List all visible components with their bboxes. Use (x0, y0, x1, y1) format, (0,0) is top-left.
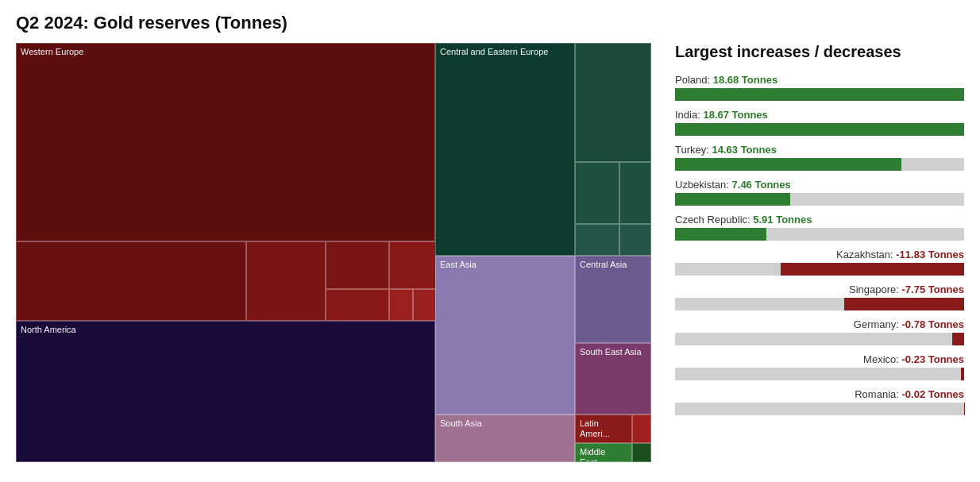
treemap-label-latin-america: Latin Ameri... (576, 415, 631, 442)
bar-label: Singapore: -7.75 Tonnes (675, 283, 964, 295)
treemap-cell-sub-cee-2 (575, 162, 619, 224)
bar-label: Poland: 18.68 Tonnes (675, 74, 964, 86)
bar-item-uzbekistan: Uzbekistan: 7.46 Tonnes (675, 179, 964, 206)
bar-track (675, 88, 964, 101)
bar-fill (675, 228, 766, 241)
bar-track (675, 193, 964, 206)
bar-label: Germany: -0.78 Tonnes (675, 318, 964, 330)
treemap-cell-sub-we-7 (413, 289, 437, 321)
bar-track (675, 263, 964, 276)
page-title: Q2 2024: Gold reserves (Tonnes) (16, 13, 964, 33)
treemap-cell-sub-la-1 (632, 415, 651, 443)
treemap-cell-north-america: North America (16, 321, 435, 462)
bar-label: Turkey: 14.63 Tonnes (675, 144, 964, 156)
treemap-cell-east-asia: East Asia (435, 256, 575, 415)
bar-fill (675, 158, 901, 171)
right-panel-heading: Largest increases / decreases (675, 43, 964, 61)
treemap-cell-sub-cee-3 (619, 162, 651, 224)
treemap-label-western-europe: Western Europe (17, 44, 87, 60)
treemap-label-south-east-asia: South East Asia (576, 344, 646, 361)
bar-label: Mexico: -0.23 Tonnes (675, 353, 964, 365)
treemap-cell-latin-america: Latin Ameri... (575, 415, 632, 443)
main-content: Western EuropeNorth AmericaCentral and E… (16, 43, 964, 469)
bar-item-germany: Germany: -0.78 Tonnes (675, 318, 964, 345)
bar-item-romania: Romania: -0.02 Tonnes (675, 388, 964, 415)
treemap-cell-middle-east: Middle East... (575, 443, 632, 462)
treemap-cell-sub-cee-1 (575, 43, 651, 162)
bar-fill (961, 368, 964, 380)
bar-fill (675, 88, 964, 101)
treemap-cell-central-asia: Central Asia (575, 256, 651, 343)
bar-track (675, 333, 964, 345)
bar-label: Uzbekistan: 7.46 Tonnes (675, 179, 964, 191)
right-panel: Largest increases / decreases Poland: 18… (675, 43, 964, 469)
bar-track (675, 158, 964, 171)
treemap-cell-sub-we-1 (16, 241, 246, 321)
treemap-label-south-asia: South Asia (436, 415, 486, 432)
bar-item-india: India: 18.67 Tonnes (675, 109, 964, 136)
treemap-label-north-america: North America (17, 322, 80, 338)
treemap-cell-sub-we-6 (389, 289, 413, 321)
bar-item-kazakhstan: Kazakhstan: -11.83 Tonnes (675, 249, 964, 276)
bar-track (675, 228, 964, 241)
bar-fill (675, 193, 790, 206)
treemap: Western EuropeNorth AmericaCentral and E… (16, 43, 651, 464)
bar-item-poland: Poland: 18.68 Tonnes (675, 74, 964, 101)
bar-label: Kazakhstan: -11.83 Tonnes (675, 249, 964, 260)
treemap-cell-sub-cee-5 (619, 224, 651, 256)
bar-track (675, 123, 964, 136)
treemap-label-central-asia: Central Asia (576, 256, 631, 273)
bar-track (675, 298, 964, 310)
treemap-cell-south-east-asia: South East Asia (575, 343, 651, 415)
bar-fill (781, 263, 964, 276)
treemap-cell-sub-we-4 (326, 289, 389, 321)
bar-fill (844, 298, 964, 310)
bar-item-czech-republic: Czech Republic: 5.91 Tonnes (675, 214, 964, 241)
bar-fill (952, 333, 964, 345)
bar-item-mexico: Mexico: -0.23 Tonnes (675, 353, 964, 380)
treemap-label-middle-east: Middle East... (576, 444, 631, 462)
bar-label: Czech Republic: 5.91 Tonnes (675, 214, 964, 226)
treemap-label-east-asia: East Asia (436, 256, 480, 273)
bars-container: Poland: 18.68 TonnesIndia: 18.67 TonnesT… (675, 74, 964, 415)
bar-item-turkey: Turkey: 14.63 Tonnes (675, 144, 964, 171)
treemap-cell-sub-we-2 (246, 241, 326, 321)
treemap-cell-sub-we-5 (389, 241, 437, 289)
bar-item-singapore: Singapore: -7.75 Tonnes (675, 283, 964, 310)
treemap-label-central-eastern-europe: Central and Eastern Europe (436, 44, 552, 60)
bar-track (675, 403, 964, 415)
bar-label: Romania: -0.02 Tonnes (675, 388, 964, 400)
treemap-container: Western EuropeNorth AmericaCentral and E… (16, 43, 651, 464)
treemap-cell-sub-cee-4 (575, 224, 619, 256)
treemap-cell-western-europe: Western Europe (16, 43, 435, 241)
treemap-cell-sub-la-2 (632, 443, 651, 462)
treemap-cell-south-asia: South Asia (435, 415, 575, 462)
bar-fill (675, 123, 964, 136)
bar-label: India: 18.67 Tonnes (675, 109, 964, 121)
bar-track (675, 368, 964, 380)
treemap-cell-central-eastern-europe: Central and Eastern Europe (435, 43, 575, 256)
treemap-cell-sub-we-3 (326, 241, 389, 289)
